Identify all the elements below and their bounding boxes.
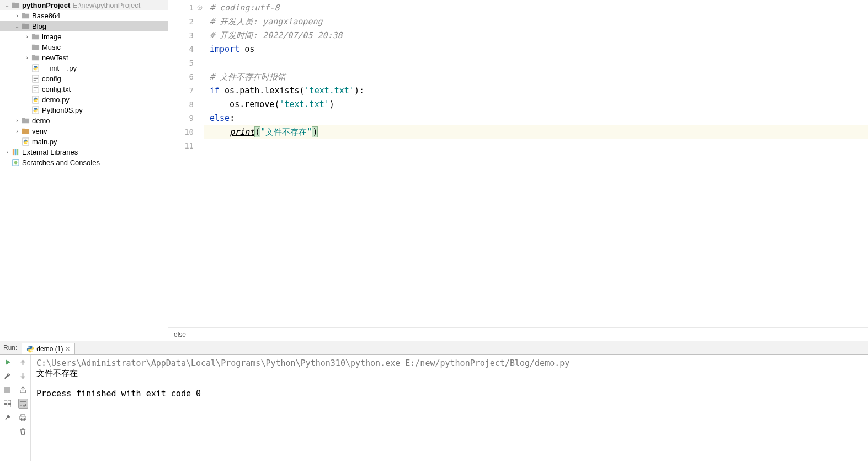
tree-label: Music <box>42 43 61 51</box>
tree-row-demo[interactable]: ›demo <box>0 115 168 126</box>
layout-icon[interactable] <box>3 399 13 409</box>
tree-path: E:\new\pythonProject <box>72 1 140 9</box>
tree-arrow-icon[interactable]: › <box>13 128 21 134</box>
tree-row-venv[interactable]: ›venv <box>0 126 168 136</box>
project-tree[interactable]: ⌄pythonProjectE:\new\pythonProject›Base8… <box>0 0 168 341</box>
tree-row-newtest[interactable]: ›newTest <box>0 52 168 63</box>
code-line-10[interactable]: print("文件不存在") <box>204 125 868 139</box>
svg-point-10 <box>14 161 17 165</box>
tree-label: config.txt <box>42 85 71 93</box>
folder-icon <box>31 54 40 62</box>
svg-rect-7 <box>14 149 16 155</box>
tree-label: demo.py <box>42 96 70 104</box>
code-line-3[interactable]: # 开发时间: 2022/07/05 20:38 <box>204 29 868 43</box>
folder-icon <box>21 12 30 20</box>
run-tab-demo[interactable]: demo (1) × <box>22 343 74 354</box>
txtfile-icon <box>31 85 40 94</box>
tree-label: Scratches and Consoles <box>22 158 100 167</box>
scratch-icon <box>11 158 20 167</box>
tree-row-config-txt[interactable]: config.txt <box>0 84 168 94</box>
code-line-7[interactable]: if os.path.lexists('text.txt'): <box>204 84 868 98</box>
tree-row-base864[interactable]: ›Base864 <box>0 10 168 21</box>
tree-label: main.py <box>32 137 57 146</box>
run-tool-window: Run: demo (1) × C:\Users\Administrator\A… <box>0 341 868 461</box>
tree-label: Python0S.py <box>42 106 83 114</box>
run-toolbar-right <box>15 355 31 461</box>
tree-row-scratches-and-consoles[interactable]: Scratches and Consoles <box>0 157 168 168</box>
pin-icon[interactable] <box>3 412 13 422</box>
tree-label: image <box>42 33 61 41</box>
tree-arrow-icon[interactable]: › <box>13 118 21 124</box>
folder-icon <box>31 33 40 41</box>
tree-label: pythonProject <box>22 1 70 9</box>
code-line-9[interactable]: else: <box>204 112 868 125</box>
tree-arrow-icon[interactable]: › <box>23 55 31 61</box>
code-line-4[interactable]: import os <box>204 43 868 56</box>
svg-rect-13 <box>4 400 7 404</box>
tree-arrow-icon[interactable]: ⌄ <box>13 23 21 29</box>
tree-arrow-icon[interactable]: › <box>3 149 11 155</box>
code-line-5[interactable] <box>204 56 868 70</box>
run-tab-bar: Run: demo (1) × <box>0 341 868 355</box>
code-line-6[interactable]: # 文件不存在时报错 <box>204 70 868 84</box>
code-line-8[interactable]: os.remove('text.txt') <box>204 98 868 112</box>
tree-row-pythonproject[interactable]: ⌄pythonProjectE:\new\pythonProject <box>0 0 168 10</box>
svg-rect-14 <box>8 400 11 404</box>
code-editor[interactable]: # coding:utf-8# 开发人员: yangxiaopeng# 开发时间… <box>204 0 868 327</box>
tree-row-main-py[interactable]: main.py <box>0 136 168 147</box>
console-line: Process finished with exit code 0 <box>36 389 862 399</box>
pyfile-icon <box>21 137 30 146</box>
tree-row-python0s-py[interactable]: Python0S.py <box>0 105 168 115</box>
trash-icon[interactable] <box>18 426 28 436</box>
run-toolbar-left <box>0 355 15 461</box>
tree-arrow-icon[interactable]: ⌄ <box>3 2 11 8</box>
console-output[interactable]: C:\Users\Administrator\AppData\Local\Pro… <box>31 355 868 461</box>
console-line: 文件不存在 <box>36 368 862 379</box>
tree-row-demo-py[interactable]: demo.py <box>0 94 168 105</box>
rerun-icon[interactable] <box>3 357 13 367</box>
pyfile-icon <box>31 96 40 104</box>
up-arrow-icon[interactable] <box>18 357 28 367</box>
print-icon[interactable] <box>18 412 28 422</box>
code-line-1[interactable]: # coding:utf-8 <box>204 1 868 15</box>
breadcrumb-bar[interactable]: else <box>168 327 868 341</box>
tree-row-config[interactable]: config <box>0 73 168 84</box>
tree-label: newTest <box>42 54 68 62</box>
down-arrow-icon[interactable] <box>18 371 28 381</box>
code-line-11[interactable] <box>204 139 868 153</box>
tree-arrow-icon[interactable]: › <box>23 34 31 40</box>
breadcrumb-item[interactable]: else <box>174 331 186 338</box>
txtfile-icon <box>31 75 40 83</box>
tree-label: venv <box>32 127 47 135</box>
svg-rect-16 <box>8 404 11 407</box>
tree-row-music[interactable]: Music <box>0 42 168 52</box>
tree-label: config <box>42 75 61 83</box>
main-area: ⌄pythonProjectE:\new\pythonProject›Base8… <box>0 0 868 341</box>
tree-label: Base864 <box>32 12 60 20</box>
svg-rect-6 <box>12 149 14 155</box>
tree-arrow-icon[interactable]: › <box>13 13 21 19</box>
run-panel-label: Run: <box>3 344 17 352</box>
run-body: C:\Users\Administrator\AppData\Local\Pro… <box>0 355 868 461</box>
tree-row-external-libraries[interactable]: ›External Libraries <box>0 147 168 157</box>
folder-icon <box>21 116 30 125</box>
pyfile-icon <box>31 64 40 73</box>
tree-row--init-py[interactable]: __init__.py <box>0 63 168 73</box>
run-tab-label: demo (1) <box>36 345 63 353</box>
close-icon[interactable]: × <box>65 345 70 353</box>
code-line-2[interactable]: # 开发人员: yangxiaopeng <box>204 15 868 29</box>
tree-label: Blog <box>32 22 46 30</box>
editor-main: 1234567891011 # coding:utf-8# 开发人员: yang… <box>168 0 868 327</box>
folder-icon <box>31 43 40 52</box>
stop-icon[interactable] <box>3 385 13 395</box>
soft-wrap-icon[interactable] <box>18 399 28 409</box>
line-number-gutter[interactable]: 1234567891011 <box>168 0 204 327</box>
wrench-icon[interactable] <box>3 371 13 381</box>
tree-row-blog[interactable]: ⌄Blog <box>0 21 168 31</box>
editor-area: 1234567891011 # coding:utf-8# 开发人员: yang… <box>168 0 868 341</box>
tree-label: __init__.py <box>42 64 77 72</box>
lib-icon <box>11 148 20 157</box>
fold-marker-icon[interactable] <box>197 5 203 10</box>
tree-row-image[interactable]: ›image <box>0 31 168 42</box>
export-icon[interactable] <box>18 385 28 395</box>
